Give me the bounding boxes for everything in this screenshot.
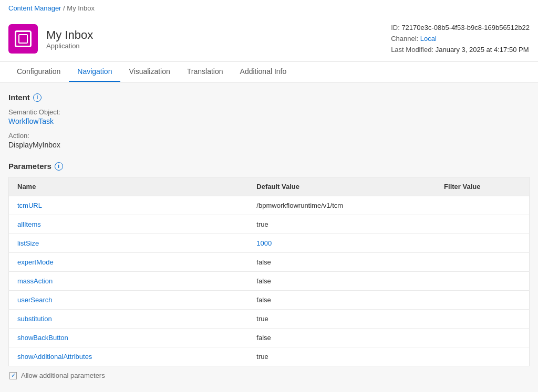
header-modified-row: Last Modified: January 3, 2025 at 4:17:5… (391, 45, 530, 56)
param-default: true (248, 347, 436, 366)
action-field: Action: DisplayMyInbox (8, 132, 530, 149)
param-default: false (248, 253, 436, 272)
table-row: listSize1000 (9, 234, 530, 253)
app-icon (8, 24, 38, 54)
param-filter (436, 215, 529, 234)
param-name: userSearch (9, 291, 249, 310)
param-default: false (248, 291, 436, 310)
param-default: /bpmworkflowruntime/v1/tcm (248, 196, 436, 215)
parameters-title-text: Parameters (8, 162, 51, 171)
param-filter (436, 253, 529, 272)
param-name: substitution (9, 310, 249, 329)
app-title-group: My Inbox Application (46, 28, 93, 50)
param-filter (436, 347, 529, 366)
param-default: true (248, 215, 436, 234)
semantic-object-value: WorkflowTask (8, 117, 530, 125)
param-name: expertMode (9, 253, 249, 272)
col-header-filter: Filter Value (436, 177, 529, 196)
param-default: false (248, 329, 436, 347)
col-header-default: Default Value (248, 177, 436, 196)
col-header-name: Name (9, 177, 249, 196)
app-subtitle: Application (46, 42, 93, 50)
id-value: 72170e3c-08b5-4f53-b9c8-169b56512b22 (401, 24, 530, 31)
semantic-object-label: Semantic Object: (8, 108, 530, 116)
tab-visualization[interactable]: Visualization (120, 62, 178, 82)
intent-section-title: Intent i (8, 93, 530, 102)
action-value: DisplayMyInbox (8, 141, 530, 149)
intent-info-icon[interactable]: i (33, 93, 42, 102)
parameters-section-title: Parameters i (8, 162, 530, 171)
table-row: substitutiontrue (9, 310, 530, 329)
breadcrumb: Content Manager / My Inbox (0, 0, 538, 16)
app-icon-inner (15, 30, 32, 47)
param-filter (436, 310, 529, 329)
breadcrumb-current: My Inbox (67, 4, 95, 12)
param-filter (436, 272, 529, 291)
param-default: true (248, 310, 436, 329)
allow-params-checkbox[interactable] (9, 372, 17, 379)
parameters-info-icon[interactable]: i (55, 162, 63, 171)
param-default: false (248, 272, 436, 291)
channel-label: Channel: (391, 35, 418, 43)
allow-params-row: Allow additional parameters (8, 366, 530, 382)
table-row: showAdditionalAttributestrue (9, 347, 530, 366)
header-channel-row: Channel: Local (391, 34, 530, 45)
intent-section: Intent i Semantic Object: WorkflowTask A… (8, 93, 530, 149)
tab-navigation[interactable]: Navigation (69, 62, 120, 82)
param-filter (436, 291, 529, 310)
table-row: expertModefalse (9, 253, 530, 272)
intent-title-text: Intent (8, 93, 30, 102)
tab-translation[interactable]: Translation (179, 62, 232, 82)
param-default: 1000 (248, 234, 436, 253)
param-name: massAction (9, 272, 249, 291)
param-name: showAdditionalAttributes (9, 347, 249, 366)
param-name: tcmURL (9, 196, 249, 215)
modified-value: January 3, 2025 at 4:17:50 PM (436, 46, 529, 54)
channel-value: Local (420, 35, 437, 43)
tab-configuration[interactable]: Configuration (8, 62, 69, 82)
semantic-object-field: Semantic Object: WorkflowTask (8, 108, 530, 125)
parameters-table: Name Default Value Filter Value tcmURL/b… (8, 177, 530, 366)
header-id-row: ID: 72170e3c-08b5-4f53-b9c8-169b56512b22 (391, 23, 530, 34)
allow-params-label: Allow additional parameters (21, 372, 105, 379)
tab-bar: Configuration Navigation Visualization T… (0, 62, 538, 82)
table-row: allItemstrue (9, 215, 530, 234)
app-title: My Inbox (46, 28, 93, 42)
param-filter (436, 196, 529, 215)
header-left: My Inbox Application (8, 24, 93, 54)
tab-additional-info[interactable]: Additional Info (232, 62, 295, 82)
table-header-row: Name Default Value Filter Value (9, 177, 530, 196)
param-name: listSize (9, 234, 249, 253)
param-filter (436, 234, 529, 253)
app-header: My Inbox Application ID: 72170e3c-08b5-4… (0, 16, 538, 62)
header-metadata: ID: 72170e3c-08b5-4f53-b9c8-169b56512b22… (391, 23, 530, 55)
breadcrumb-parent-link[interactable]: Content Manager (8, 4, 61, 12)
table-row: tcmURL/bpmworkflowruntime/v1/tcm (9, 196, 530, 215)
main-content: Intent i Semantic Object: WorkflowTask A… (0, 82, 538, 392)
param-name: showBackButton (9, 329, 249, 347)
param-filter (436, 329, 529, 347)
table-row: showBackButtonfalse (9, 329, 530, 347)
modified-label: Last Modified: (391, 46, 433, 54)
id-label: ID: (391, 24, 400, 31)
table-row: userSearchfalse (9, 291, 530, 310)
param-name: allItems (9, 215, 249, 234)
parameters-section: Parameters i Name Default Value Filter V… (8, 162, 530, 382)
action-label: Action: (8, 132, 530, 140)
table-row: massActionfalse (9, 272, 530, 291)
